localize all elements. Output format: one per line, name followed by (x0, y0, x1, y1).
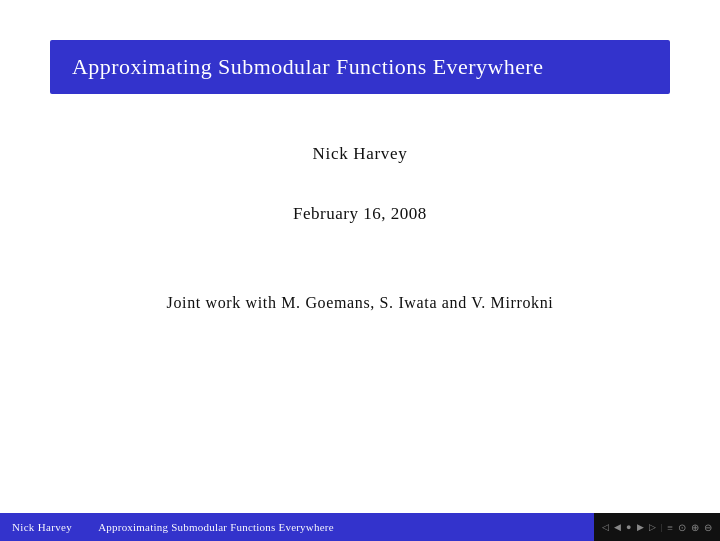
nav-first-icon[interactable]: ◁ (602, 522, 609, 532)
nav-settings-icon[interactable]: ⊙ (678, 522, 686, 533)
nav-last-icon[interactable]: ▷ (649, 522, 656, 532)
slide-title: Approximating Submodular Functions Every… (72, 54, 543, 79)
author-text: Nick Harvey (313, 144, 408, 164)
slide: Approximating Submodular Functions Every… (0, 0, 720, 541)
nav-zoom-icon[interactable]: ⊖ (704, 522, 712, 533)
footer: Nick Harvey Approximating Submodular Fun… (0, 513, 720, 541)
nav-search-icon[interactable]: ⊕ (691, 522, 699, 533)
joint-work-text: Joint work with M. Goemans, S. Iwata and… (167, 294, 554, 312)
footer-title: Approximating Submodular Functions Every… (84, 513, 594, 541)
nav-separator: | (661, 522, 663, 532)
footer-author: Nick Harvey (0, 513, 84, 541)
slide-content: Approximating Submodular Functions Every… (0, 0, 720, 513)
title-box: Approximating Submodular Functions Every… (50, 40, 670, 94)
footer-right: ◁ ◀ ● ▶ ▷ | ≡ ⊙ ⊕ ⊖ (594, 513, 720, 541)
nav-next-icon[interactable]: ▶ (637, 522, 644, 532)
footer-nav-icons: ◁ ◀ ● ▶ ▷ | ≡ ⊙ ⊕ ⊖ (594, 513, 720, 541)
nav-menu-icon[interactable]: ≡ (667, 522, 673, 533)
nav-dot-icon[interactable]: ● (626, 522, 631, 532)
nav-prev-icon[interactable]: ◀ (614, 522, 621, 532)
date-text: February 16, 2008 (293, 204, 427, 224)
